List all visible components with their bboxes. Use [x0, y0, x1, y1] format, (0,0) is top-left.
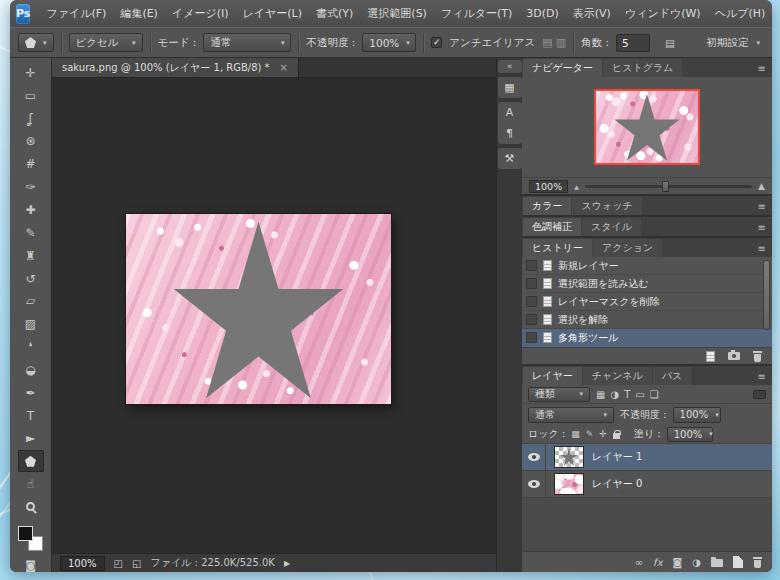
crop-tool[interactable]: # [18, 153, 44, 175]
add-layer-mask-icon[interactable]: ◙ [673, 557, 683, 568]
layer-filter-toggle[interactable] [753, 390, 766, 399]
menu-filter[interactable]: フィルター(T) [434, 3, 519, 24]
tool-preset-picker[interactable]: ▾ [18, 33, 54, 52]
menu-help[interactable]: ヘルプ(H) [708, 3, 772, 24]
panel-menu-icon[interactable]: ≡ [758, 371, 772, 385]
new-document-from-state-icon[interactable] [706, 351, 715, 362]
clone-source-panel-icon[interactable]: ▦ [504, 82, 514, 93]
lock-pixels-icon[interactable]: ✎ [586, 429, 594, 439]
lock-position-icon[interactable]: ✛ [599, 429, 607, 439]
polygon-shape-tool[interactable] [18, 450, 44, 472]
tab-swatches[interactable]: スウォッチ [572, 197, 641, 215]
history-source-checkbox[interactable] [526, 332, 537, 343]
navigator-zoom-input[interactable]: 100% [529, 180, 568, 193]
navigator-thumbnail[interactable] [594, 89, 700, 165]
menu-file[interactable]: ファイル(F) [39, 3, 113, 24]
pen-tool[interactable]: ✒ [18, 382, 44, 404]
link-layers-icon[interactable]: ∞ [635, 557, 643, 568]
adjustment-layer-icon[interactable]: ◑ [692, 557, 701, 568]
zoom-out-icon[interactable]: ▲ [574, 183, 579, 190]
menu-layer[interactable]: レイヤー(L) [236, 3, 310, 24]
menu-window[interactable]: ウィンドウ(W) [618, 3, 708, 24]
slider-thumb[interactable] [662, 181, 669, 192]
lasso-tool[interactable]: ʆ [18, 108, 44, 130]
brush-tool[interactable]: ✎ [18, 222, 44, 244]
menu-type[interactable]: 書式(Y) [309, 3, 360, 24]
layer-style-fx-icon[interactable]: fx [653, 557, 662, 568]
history-source-checkbox[interactable] [526, 260, 537, 271]
filter-adjustment-layers-icon[interactable]: ◑ [610, 389, 619, 400]
panel-menu-icon[interactable]: ≡ [758, 201, 772, 215]
tab-channels[interactable]: チャンネル [583, 367, 652, 385]
shape-options-icon[interactable]: ▤ [665, 37, 675, 49]
rectangular-marquee-tool[interactable]: ▭ [18, 85, 44, 107]
path-op-icon[interactable]: ▥ [556, 36, 566, 49]
filter-type-layers-icon[interactable]: T [624, 389, 630, 400]
move-tool[interactable]: ✛ [18, 62, 44, 84]
history-scrollbar[interactable] [763, 260, 770, 330]
zoom-level-input[interactable]: 100% [60, 556, 105, 571]
tab-styles[interactable]: スタイル [582, 218, 641, 236]
opacity-dropdown[interactable]: 100% ▾ [362, 33, 416, 52]
delete-state-trash-icon[interactable] [753, 351, 762, 362]
history-source-checkbox[interactable] [526, 314, 537, 325]
tool-presets-panel-icon[interactable]: ⚒ [505, 153, 515, 164]
tab-history[interactable]: ヒストリー [523, 239, 592, 257]
foreground-color-swatch[interactable] [18, 526, 33, 541]
path-op-icon[interactable]: ▤ [542, 36, 552, 49]
blur-tool[interactable]: ❛ [18, 336, 44, 358]
status-option-icon[interactable]: ◱ [132, 558, 141, 569]
history-item[interactable]: 選択範囲を読み込む [522, 275, 772, 293]
new-snapshot-camera-icon[interactable] [728, 352, 740, 360]
panel-menu-icon[interactable]: ≡ [758, 63, 772, 77]
tab-paths[interactable]: パス [653, 367, 691, 385]
panel-menu-icon[interactable]: ≡ [758, 222, 772, 236]
lock-transparency-icon[interactable]: ▦ [571, 429, 580, 439]
delete-layer-trash-icon[interactable] [753, 557, 762, 568]
status-menu-arrow-icon[interactable]: ▶ [284, 559, 290, 568]
layer-filter-dropdown[interactable]: 種類 ▾ [528, 387, 590, 402]
eye-icon[interactable] [528, 453, 540, 461]
menu-select[interactable]: 選択範囲(S) [360, 3, 434, 24]
new-group-folder-icon[interactable] [711, 559, 723, 567]
zoom-tool[interactable] [18, 496, 44, 518]
sides-input[interactable]: 5 [616, 34, 650, 52]
character-panel-icon[interactable]: A [506, 107, 514, 118]
filter-shape-layers-icon[interactable]: ▭ [635, 389, 644, 400]
layer-visibility-cell[interactable] [522, 471, 546, 497]
blend-mode-dropdown[interactable]: 通常 ▾ [203, 33, 291, 52]
filter-smart-object-icon[interactable]: ❏ [650, 389, 659, 400]
layer-name[interactable]: レイヤー 1 [592, 450, 642, 464]
tab-navigator[interactable]: ナビゲーター [523, 59, 602, 77]
clone-stamp-tool[interactable]: ♜ [18, 245, 44, 267]
history-item[interactable]: 選択を解除 [522, 311, 772, 329]
layer-0-thumbnail[interactable] [554, 473, 584, 495]
layer-visibility-cell[interactable] [522, 444, 546, 470]
history-item[interactable]: 新規レイヤー [522, 257, 772, 275]
paragraph-panel-icon[interactable]: ¶ [506, 128, 513, 139]
layer-1-thumbnail[interactable] [554, 446, 584, 468]
document-tab[interactable]: sakura.png @ 100% (レイヤー 1, RGB/8) * × [52, 58, 299, 77]
history-item[interactable]: レイヤーマスクを削除 [522, 293, 772, 311]
eye-icon[interactable] [528, 480, 540, 488]
zoom-in-icon[interactable]: ▲ [758, 181, 765, 191]
path-selection-tool[interactable]: ► [18, 428, 44, 450]
layer-row[interactable]: レイヤー 0 [522, 471, 772, 498]
hand-tool[interactable]: ☝ [18, 473, 44, 495]
layer-opacity-dropdown[interactable]: 100% ▾ [673, 407, 721, 423]
menu-view[interactable]: 表示(V) [566, 3, 618, 24]
history-item-selected[interactable]: 多角形ツール [522, 329, 772, 347]
panel-menu-icon[interactable]: ≡ [758, 243, 772, 257]
tab-adjustments[interactable]: 色調補正 [523, 218, 581, 236]
history-brush-tool[interactable]: ↺ [18, 268, 44, 290]
tab-actions[interactable]: アクション [593, 239, 662, 257]
status-option-icon[interactable]: ◰ [114, 558, 123, 569]
quick-selection-tool[interactable]: ⊛ [18, 131, 44, 153]
fill-type-dropdown[interactable]: ピクセル ▾ [69, 33, 143, 52]
dodge-tool[interactable]: ◒ [18, 359, 44, 381]
type-tool[interactable]: T [18, 405, 44, 427]
navigator-zoom-slider[interactable] [585, 185, 752, 188]
canvas-image[interactable] [126, 214, 391, 404]
menu-edit[interactable]: 編集(E) [113, 3, 165, 24]
antialias-checkbox[interactable]: ✓ [431, 37, 442, 48]
